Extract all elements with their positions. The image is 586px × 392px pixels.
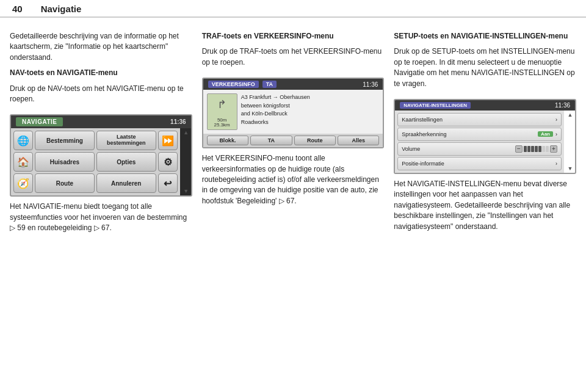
settings-scroll-up-icon[interactable]: ▲ bbox=[568, 112, 573, 118]
settings-value-volume: − bbox=[515, 145, 557, 153]
nav-screen-title: NAVIGATIE bbox=[16, 117, 63, 126]
traffic-detail2: and Köln-Dellbruck bbox=[241, 110, 310, 118]
main-columns: Gedetailleerde beschrijving van de infor… bbox=[0, 23, 586, 392]
settings-value-kaart: › bbox=[555, 117, 557, 123]
settings-label-volume: Volume bbox=[402, 146, 420, 152]
traffic-btn-alles[interactable]: Alles bbox=[338, 136, 379, 145]
nav-btn-route[interactable]: Route bbox=[35, 173, 95, 193]
distance-secondary: 25.3km bbox=[214, 123, 230, 128]
traffic-screen-time: 11:36 bbox=[363, 81, 378, 88]
nav-icon-annuleren[interactable]: ↩ bbox=[158, 173, 178, 193]
nav-row-3: 🧭 Route Annuleren ↩ bbox=[13, 173, 178, 193]
col3-section-title: SETUP-toets en NAVIGATIE-INSTELLINGEN-me… bbox=[394, 32, 568, 40]
nav-menu-with-scroll: 🌐 Bestemming Laatstebestemmingen ⏩ 🏠 Hui… bbox=[11, 128, 191, 195]
settings-screen-time: 11:36 bbox=[555, 102, 570, 109]
nav-icon-huisadres[interactable]: 🏠 bbox=[13, 152, 33, 172]
traffic-btn-blokk[interactable]: Blokk. bbox=[207, 136, 248, 145]
nav-btn-bestemming[interactable]: Bestemming bbox=[35, 131, 95, 150]
vol-seg-5 bbox=[538, 146, 541, 152]
traffic-buttons: Blokk. TA Route Alles bbox=[203, 134, 383, 147]
settings-row-positie[interactable]: Positie-informatie › bbox=[397, 157, 562, 170]
page-container: 40 Navigatie Gedetailleerde beschrijving… bbox=[0, 0, 586, 392]
col2-footer-text: Het VERKEERSINFO-menu toont alle verkeer… bbox=[202, 153, 385, 206]
col3-footer-text: Het NAVIGATIE-INSTELLINGEN-menu bevat di… bbox=[394, 179, 576, 232]
traffic-detail1: between königsforst bbox=[241, 102, 310, 111]
col2-header: TRAF-toets en VERKEERSINFO-menu Druk op … bbox=[202, 31, 385, 73]
col1-intro-text: Gedetailleerde beschrijving van de infor… bbox=[10, 31, 192, 63]
settings-scroll-arrows[interactable]: ▲ ▼ bbox=[565, 111, 575, 173]
col1-footer-text: Het NAVIGATIE-menu biedt toegang tot all… bbox=[10, 201, 192, 233]
settings-screen-header: NAVIGATIE-INSTELLINGEN 11:36 bbox=[395, 100, 575, 111]
nav-icon-laatste[interactable]: ⏩ bbox=[158, 131, 178, 150]
volume-minus-btn[interactable]: − bbox=[515, 145, 523, 153]
traffic-header-left: VERKEERSINFO TA bbox=[208, 81, 277, 88]
col2-section-title: TRAF-toets en VERKEERSINFO-menu bbox=[202, 32, 334, 40]
nav-screen-time: 11:36 bbox=[170, 118, 186, 125]
col1-nav-title: NAV-toets en NAVIGATIE-menu bbox=[10, 68, 118, 77]
nav-row-1: 🌐 Bestemming Laatstebestemmingen ⏩ bbox=[13, 131, 178, 150]
nav-btn-huisadres[interactable]: Huisadres bbox=[35, 152, 95, 172]
scroll-up-icon[interactable]: ▲ bbox=[183, 129, 189, 136]
vol-seg-2 bbox=[527, 146, 530, 152]
nav-btn-annuleren[interactable]: Annuleren bbox=[96, 173, 156, 193]
page-title: Navigatie bbox=[41, 4, 82, 14]
vol-bar-segments bbox=[524, 146, 549, 152]
traffic-distance: 50m 25.3km bbox=[214, 118, 230, 129]
settings-label-kaart: Kaartinstellingen bbox=[402, 117, 443, 123]
traffic-road: A3 Frankfurt → Oberhausen bbox=[241, 93, 310, 102]
col3-section-text: Druk op de SETUP-toets om het INSTELLING… bbox=[394, 46, 576, 89]
vol-seg-3 bbox=[531, 146, 534, 152]
nav-screen-mockup: NAVIGATIE 11:36 🌐 Bestemming Laatstebest… bbox=[10, 114, 192, 197]
col2-footer: Het VERKEERSINFO-menu toont alle verkeer… bbox=[202, 153, 385, 211]
traffic-map-box: ↱ 50m 25.3km bbox=[207, 93, 237, 130]
settings-value-positie: › bbox=[555, 161, 557, 167]
settings-with-scroll: Kaartinstellingen › Spraakherkenning Aan… bbox=[395, 111, 575, 173]
column-3: SETUP-toets en NAVIGATIE-INSTELLINGEN-me… bbox=[394, 31, 576, 387]
settings-row-kaart[interactable]: Kaartinstellingen › bbox=[397, 113, 562, 126]
vol-seg-6 bbox=[542, 146, 545, 152]
nav-icon-route[interactable]: 🧭 bbox=[13, 173, 33, 193]
nav-btn-laatste[interactable]: Laatstebestemmingen bbox=[96, 131, 156, 150]
page-number: 40 bbox=[12, 4, 23, 14]
traffic-detail3: Roadworks bbox=[241, 118, 310, 127]
volume-plus-btn[interactable]: + bbox=[550, 145, 557, 153]
settings-scroll-down-icon[interactable]: ▼ bbox=[568, 165, 573, 172]
nav-menu: 🌐 Bestemming Laatstebestemmingen ⏩ 🏠 Hui… bbox=[11, 128, 180, 195]
col1-footer: Het NAVIGATIE-menu biedt toegang tot all… bbox=[10, 201, 192, 238]
settings-value-spraak: Aan › bbox=[538, 131, 557, 137]
turn-arrow-icon: ↱ bbox=[217, 98, 226, 111]
nav-icon-bestemming[interactable]: 🌐 bbox=[13, 131, 33, 150]
settings-row-volume[interactable]: Volume − bbox=[397, 142, 562, 156]
vol-seg-7 bbox=[546, 146, 549, 152]
traffic-btn-route[interactable]: Route bbox=[294, 136, 336, 145]
col1-intro: Gedetailleerde beschrijving van de infor… bbox=[10, 31, 192, 109]
volume-bar: − bbox=[515, 145, 557, 153]
settings-label-positie: Positie-informatie bbox=[402, 161, 444, 167]
column-2: TRAF-toets en VERKEERSINFO-menu Druk op … bbox=[202, 31, 385, 387]
traffic-screen-title: VERKEERSINFO bbox=[208, 81, 259, 88]
spraak-arrow: › bbox=[555, 131, 557, 137]
traffic-btn-ta[interactable]: TA bbox=[250, 136, 292, 145]
header-divider bbox=[0, 17, 586, 18]
traffic-ta-badge: TA bbox=[262, 81, 277, 88]
nav-scroll-arrows[interactable]: ▲ ▼ bbox=[181, 128, 191, 195]
settings-content: Kaartinstellingen › Spraakherkenning Aan… bbox=[395, 111, 564, 173]
page-header: 40 Navigatie bbox=[0, 0, 586, 17]
settings-screen-mockup: NAVIGATIE-INSTELLINGEN 11:36 Kaartinstel… bbox=[394, 99, 576, 174]
settings-row-spraak[interactable]: Spraakherkenning Aan › bbox=[397, 128, 562, 141]
vol-seg-4 bbox=[535, 146, 538, 152]
traffic-screen-header: VERKEERSINFO TA 11:36 bbox=[203, 79, 383, 90]
traffic-screen-mockup: VERKEERSINFO TA 11:36 ↱ 50m 25.3km A3 bbox=[202, 78, 385, 148]
col3-footer: Het NAVIGATIE-INSTELLINGEN-menu bevat di… bbox=[394, 179, 576, 237]
col1-nav-text: Druk op de NAV-toets om het NAVIGATIE-me… bbox=[10, 84, 192, 105]
col3-header: SETUP-toets en NAVIGATIE-INSTELLINGEN-me… bbox=[394, 31, 576, 94]
nav-btn-opties[interactable]: Opties bbox=[96, 152, 156, 172]
nav-screen-header: NAVIGATIE 11:36 bbox=[11, 115, 191, 128]
settings-screen-title: NAVIGATIE-INSTELLINGEN bbox=[400, 102, 471, 109]
vol-seg-1 bbox=[524, 146, 527, 152]
traffic-info-text: A3 Frankfurt → Oberhausen between königs… bbox=[241, 93, 310, 130]
nav-icon-opties[interactable]: ⚙ bbox=[158, 152, 178, 172]
scroll-down-icon[interactable]: ▼ bbox=[183, 188, 189, 194]
settings-label-spraak: Spraakherkenning bbox=[402, 131, 446, 137]
aan-badge: Aan bbox=[538, 131, 553, 137]
